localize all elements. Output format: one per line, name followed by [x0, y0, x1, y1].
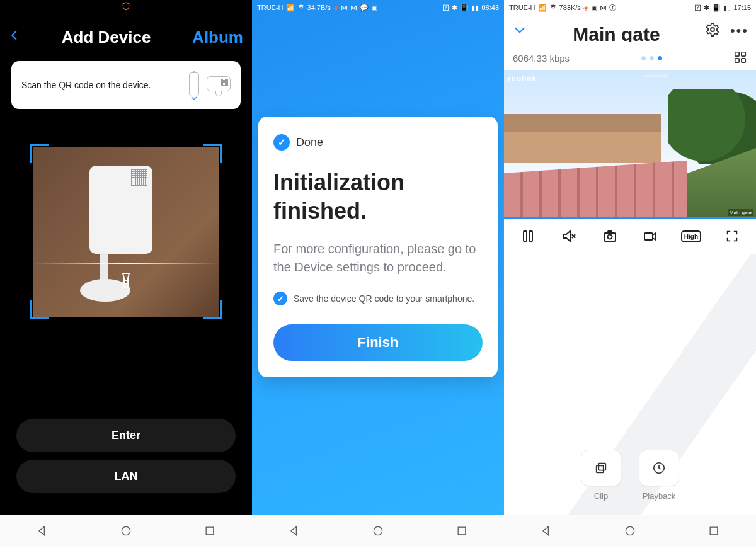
- android-navbar: [504, 515, 756, 546]
- header: Add Device Album: [0, 15, 252, 61]
- screen-add-device: Add Device Album Scan the QR code on the…: [0, 0, 252, 546]
- android-navbar: [0, 515, 252, 546]
- nav-back-icon[interactable]: [288, 525, 301, 537]
- carrier-label: TRUE-H: [257, 4, 284, 11]
- settings-gear-icon[interactable]: [705, 22, 720, 40]
- shield-icon: ◈: [333, 4, 338, 12]
- wifi-icon: [297, 4, 305, 11]
- nav-back-icon[interactable]: [36, 525, 49, 537]
- screen-live-view: TRUE-H 📶 783K/s ◈ ▣ ⋈ ⓕ ⚿ ✱ 📳 ▮▯ 17:15 M…: [504, 0, 756, 546]
- nav-recent-icon[interactable]: [455, 525, 468, 537]
- bluetooth-icon: ✱: [704, 4, 709, 12]
- bottom-actions: Enter LAN: [0, 419, 252, 501]
- shield-icon: ◈: [583, 4, 588, 12]
- status-bar: [0, 0, 252, 15]
- page-title: Add Device: [62, 28, 151, 47]
- done-row: ✓ Done: [273, 134, 483, 151]
- status-app-icon: ⋈: [350, 4, 357, 12]
- status-bar: TRUE-H 📶 34.7B/s ◈ ⋈ ⋈ 💬 ▣ ⚿ ✱ 📳 ▮▮ 08:4…: [252, 0, 504, 14]
- nav-back-icon[interactable]: [540, 525, 553, 537]
- camera-title: Main gate: [573, 24, 660, 42]
- status-app-icon: ▣: [591, 4, 597, 12]
- lan-button[interactable]: LAN: [16, 460, 236, 493]
- nav-recent-icon[interactable]: [203, 525, 216, 537]
- snapshot-button[interactable]: [598, 227, 621, 245]
- clip-label: Clip: [594, 491, 608, 501]
- info-row: 6064.33 kbps: [504, 44, 756, 70]
- more-menu-icon[interactable]: •••: [730, 23, 748, 39]
- completion-card: ✓ Done Initialization finished. For more…: [258, 117, 498, 377]
- svg-rect-18: [644, 233, 653, 240]
- clip-button[interactable]: Clip: [581, 450, 621, 501]
- svg-point-17: [607, 235, 612, 239]
- status-app-icon: ⋈: [341, 4, 348, 12]
- vpn-key-icon: ⚿: [442, 4, 449, 11]
- screen-initialization-finished: TRUE-H 📶 34.7B/s ◈ ⋈ ⋈ 💬 ▣ ⚿ ✱ 📳 ▮▮ 08:4…: [252, 0, 504, 546]
- battery-icon: ▮▮: [471, 4, 479, 12]
- status-app-icon: ▣: [371, 4, 377, 12]
- signal-icon: 📶: [538, 4, 547, 12]
- heading: Initialization finished.: [273, 168, 483, 225]
- android-navbar: [252, 515, 504, 546]
- pause-button[interactable]: [517, 227, 539, 245]
- live-video[interactable]: reolink 11/22/2021 Main gate: [504, 70, 756, 219]
- back-chevron-icon[interactable]: [512, 21, 528, 41]
- qr-scanner-viewport[interactable]: [33, 147, 219, 317]
- nav-home-icon[interactable]: [624, 525, 636, 537]
- svg-rect-20: [597, 465, 604, 472]
- bitrate-label: 6064.33 kbps: [513, 53, 570, 64]
- net-speed: 783K/s: [559, 4, 581, 11]
- svg-rect-9: [742, 52, 745, 56]
- video-controls: High: [504, 219, 756, 254]
- record-button[interactable]: [639, 227, 662, 245]
- clip-icon: [594, 461, 608, 475]
- grid-view-icon[interactable]: [733, 50, 747, 66]
- nav-home-icon[interactable]: [372, 525, 384, 537]
- checkbox-checked-icon[interactable]: ✓: [273, 292, 287, 305]
- back-button[interactable]: [9, 26, 20, 48]
- svg-point-5: [374, 526, 382, 535]
- svg-rect-24: [710, 527, 718, 535]
- enter-button[interactable]: Enter: [16, 419, 236, 452]
- scan-line: [33, 263, 219, 264]
- messenger-icon: 💬: [360, 4, 369, 12]
- mute-button[interactable]: [558, 227, 580, 245]
- clock: 08:43: [481, 4, 499, 11]
- lower-panel: Clip Playback: [504, 254, 756, 546]
- svg-marker-22: [543, 526, 548, 535]
- nav-recent-icon[interactable]: [707, 525, 720, 537]
- clock: 17:15: [733, 4, 751, 11]
- facebook-icon: ⓕ: [609, 3, 616, 13]
- subtext: For more configuration, please go to the…: [273, 240, 483, 276]
- svg-rect-0: [125, 280, 127, 283]
- tip-text: Scan the QR code on the device.: [21, 80, 151, 90]
- save-qr-option[interactable]: ✓ Save the device QR code to your smartp…: [273, 292, 483, 305]
- flashlight-button[interactable]: [115, 269, 137, 294]
- playback-label: Playback: [643, 491, 676, 501]
- playback-button[interactable]: Playback: [639, 450, 679, 501]
- shield-icon: [122, 2, 130, 13]
- album-link[interactable]: Album: [192, 28, 243, 47]
- svg-rect-3: [206, 527, 214, 535]
- status-bar: TRUE-H 📶 783K/s ◈ ▣ ⋈ ⓕ ⚿ ✱ 📳 ▮▯ 17:15: [504, 0, 756, 14]
- clock-icon: [652, 461, 666, 475]
- signal-icon: 📶: [286, 4, 295, 12]
- finish-button[interactable]: Finish: [273, 324, 483, 361]
- tip-card: Scan the QR code on the device.: [11, 61, 241, 109]
- page-dots[interactable]: [641, 56, 662, 60]
- svg-marker-1: [39, 526, 44, 535]
- svg-rect-6: [458, 527, 466, 535]
- nav-home-icon[interactable]: [120, 525, 132, 537]
- vibrate-icon: 📳: [712, 4, 721, 12]
- svg-rect-11: [742, 59, 745, 62]
- svg-rect-8: [735, 52, 739, 56]
- svg-point-23: [626, 526, 634, 535]
- fullscreen-button[interactable]: [721, 227, 743, 245]
- watermark: reolink: [508, 74, 537, 83]
- header: Main gate •••: [504, 14, 756, 44]
- svg-rect-10: [735, 59, 739, 62]
- bluetooth-icon: ✱: [452, 4, 457, 12]
- battery-icon: ▮▯: [723, 4, 731, 12]
- svg-rect-19: [598, 464, 605, 470]
- quality-button[interactable]: High: [680, 227, 702, 245]
